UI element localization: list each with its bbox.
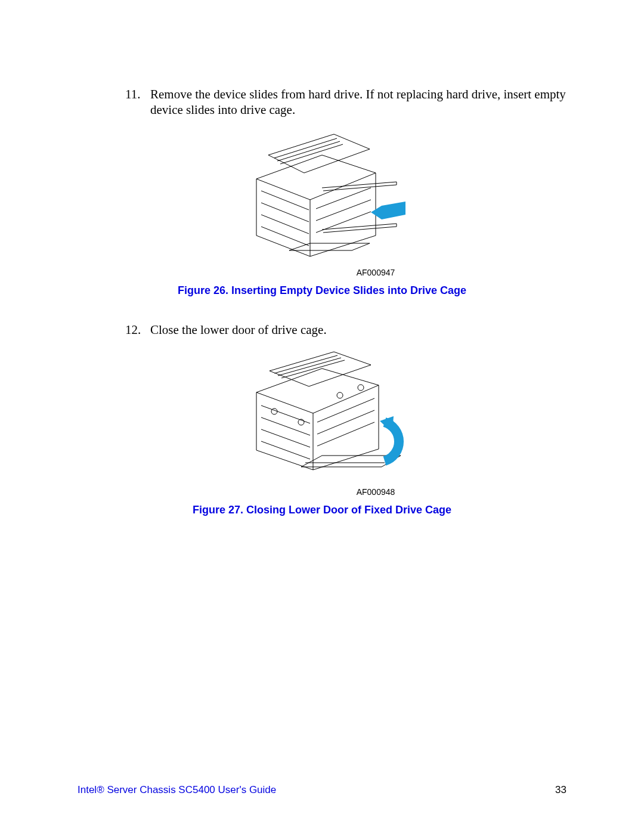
figure-26-caption: Figure 26. Inserting Empty Device Slides…: [78, 284, 566, 297]
step-11-text: Remove the device slides from hard drive…: [150, 87, 566, 117]
svg-point-5: [358, 385, 364, 391]
figure-27-ref: AF000948: [185, 487, 566, 497]
page-footer: Intel® Server Chassis SC5400 User's Guid…: [78, 784, 566, 796]
figure-27-caption: Figure 27. Closing Lower Door of Fixed D…: [78, 504, 566, 516]
document-page: 11. Remove the device slides from hard d…: [0, 0, 644, 833]
footer-title: Intel® Server Chassis SC5400 User's Guid…: [78, 784, 276, 796]
figure-26-ref: AF000947: [185, 268, 566, 277]
instruction-list-2: 12. Close the lower door of drive cage.: [125, 322, 566, 337]
svg-point-2: [271, 408, 277, 414]
step-12: 12. Close the lower door of drive cage.: [125, 322, 566, 337]
footer-page-number: 33: [555, 784, 566, 796]
figure-27-block: AF000948 Figure 27. Closing Lower Door o…: [78, 351, 566, 516]
instruction-list: 11. Remove the device slides from hard d…: [125, 86, 566, 118]
step-12-text: Close the lower door of drive cage.: [150, 323, 327, 337]
step-12-number: 12.: [125, 322, 141, 337]
figure-27-illustration: AF000948: [78, 351, 566, 497]
figure-26-block: AF000947 Figure 26. Inserting Empty Devi…: [78, 131, 566, 297]
step-11-number: 11.: [125, 86, 140, 102]
figure-26-illustration: AF000947: [78, 131, 566, 277]
step-11: 11. Remove the device slides from hard d…: [125, 86, 566, 118]
svg-marker-1: [380, 416, 394, 433]
svg-point-4: [337, 392, 343, 398]
svg-marker-0: [371, 202, 405, 219]
